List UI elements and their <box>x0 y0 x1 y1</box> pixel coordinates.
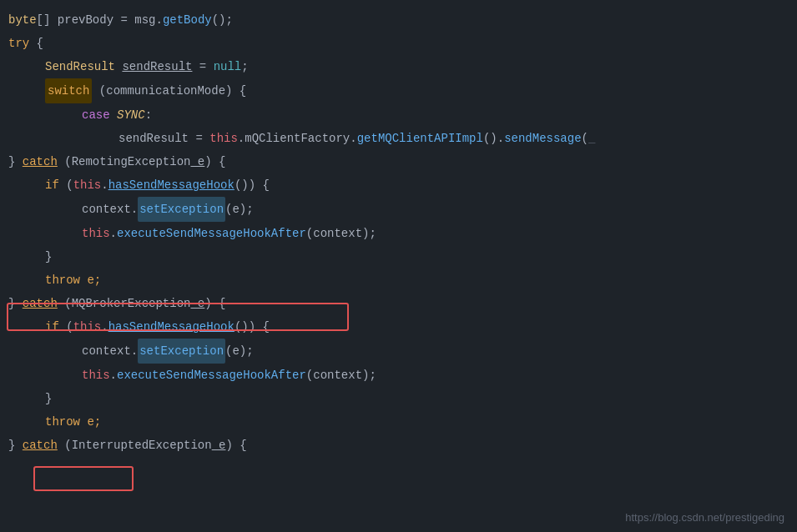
catch-keyword-2: catch <box>23 292 58 315</box>
token: executeSendMessageHookAfter <box>117 364 306 387</box>
token: null <box>214 55 242 78</box>
token <box>115 55 122 78</box>
token: . <box>131 198 138 221</box>
watermark-text: https://blog.csdn.net/prestigeding <box>625 511 784 524</box>
token: context <box>82 198 131 221</box>
token: ( <box>58 150 72 173</box>
token: prevBody <box>58 8 113 32</box>
code-line-14: if (this.hasSendMessageHook()) { <box>0 315 797 339</box>
token: communicationMode <box>106 79 225 103</box>
token: } <box>45 245 52 269</box>
token: this <box>209 127 238 150</box>
token: setException <box>138 197 225 222</box>
switch-keyword: switch <box>45 78 92 103</box>
token: } <box>8 434 23 457</box>
code-line-3: SendResult sendResult = null; <box>0 55 797 78</box>
token: ( <box>59 315 73 339</box>
token: . <box>110 222 117 245</box>
token: . <box>350 127 356 150</box>
token: executeSendMessageHookAfter <box>117 222 306 245</box>
token: hasSendMessageHook <box>108 315 235 339</box>
token: = <box>192 55 213 78</box>
code-line-9: context.setException(e); <box>0 197 797 222</box>
token: byte <box>8 8 37 32</box>
token: this <box>73 315 102 339</box>
token: } <box>8 292 23 315</box>
token: ( <box>59 173 73 197</box>
token: setException <box>138 339 225 364</box>
token: getMQClientAPIImpl <box>357 127 483 150</box>
token: msg <box>134 8 155 32</box>
code-line-4: switch (communicationMode) { <box>0 78 797 103</box>
token: { <box>29 32 43 55</box>
token: InterruptedException <box>72 434 212 457</box>
token: (context); <box>306 222 376 245</box>
highlight-throw <box>33 466 134 491</box>
token: (_ <box>582 127 596 150</box>
token: (); <box>212 8 233 32</box>
code-line-11: } <box>0 245 797 269</box>
token: . <box>155 8 162 32</box>
token: MQBrokerException <box>72 292 191 315</box>
token: sendMessage <box>504 127 581 150</box>
code-line-6: sendResult = this.mQClientFactory.getMQC… <box>0 127 797 150</box>
token: try <box>8 32 29 55</box>
token: (). <box>483 127 504 150</box>
catch-keyword-1: catch <box>23 150 58 173</box>
code-line-2: try { <box>0 32 797 55</box>
code-line-18: throw e; <box>0 410 797 434</box>
token: . <box>101 315 108 339</box>
token: ( <box>58 434 72 457</box>
code-line-5: case SYNC: <box>0 103 797 127</box>
token: e <box>190 292 204 315</box>
code-line-13: } catch (MQBrokerException e) { <box>0 292 797 315</box>
token: ; <box>241 55 248 78</box>
code-line-16: this.executeSendMessageHookAfter(context… <box>0 364 797 387</box>
token: ()) { <box>235 173 270 197</box>
token: if <box>45 315 59 339</box>
token: throw e; <box>45 269 101 292</box>
code-viewer: byte[] prevBody = msg.getBody(); try { S… <box>0 0 797 532</box>
code-line-8: if (this.hasSendMessageHook()) { <box>0 173 797 197</box>
token: sendResult <box>119 127 189 150</box>
token: (context); <box>306 364 376 387</box>
token: this <box>82 222 110 245</box>
throw-keyword: throw e; <box>45 410 101 434</box>
token: RemotingException <box>72 150 191 173</box>
token: if <box>45 173 59 197</box>
catch-keyword-3: catch <box>23 434 58 457</box>
code-line-1: byte[] prevBody = msg.getBody(); <box>0 8 797 32</box>
token: ) { <box>225 79 246 103</box>
code-line-15: context.setException(e); <box>0 339 797 364</box>
token: ) { <box>204 150 225 173</box>
token: ( <box>92 79 106 103</box>
token: ) { <box>225 434 246 457</box>
token: e <box>190 150 204 173</box>
token: [] <box>37 8 58 32</box>
token: } <box>45 387 52 410</box>
token: (e); <box>225 339 254 363</box>
token: . <box>110 364 117 387</box>
token: . <box>131 339 138 363</box>
watermark: https://blog.csdn.net/prestigeding <box>625 511 784 524</box>
token: SYNC <box>117 103 145 127</box>
token: ( <box>58 292 72 315</box>
token: mQClientFactory <box>245 127 350 150</box>
token: (e); <box>225 198 254 221</box>
token: e <box>212 434 226 457</box>
token: } <box>8 150 23 173</box>
token: sendResult <box>122 55 192 78</box>
code-line-17: } <box>0 387 797 410</box>
token: . <box>101 173 108 197</box>
token: getBody <box>163 8 212 32</box>
token: . <box>238 127 245 150</box>
token: = <box>113 8 134 32</box>
token: ) { <box>204 292 225 315</box>
token: SendResult <box>45 55 115 78</box>
token: this <box>73 173 102 197</box>
token: this <box>82 364 110 387</box>
token: hasSendMessageHook <box>108 173 235 197</box>
token: context <box>82 339 131 363</box>
token: case <box>82 103 110 127</box>
token: : <box>145 103 152 127</box>
